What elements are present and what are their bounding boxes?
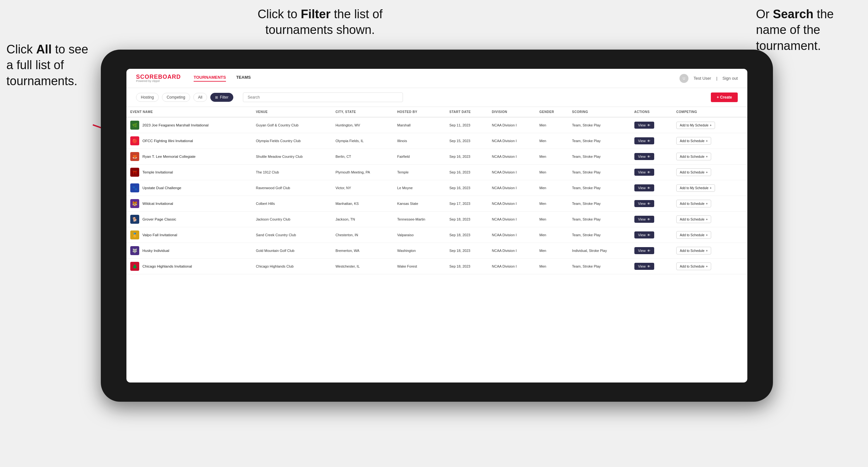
competing-button[interactable]: Competing xyxy=(162,93,190,102)
eye-icon: 👁 xyxy=(647,265,650,268)
cell-actions: View 👁 xyxy=(630,164,673,180)
view-label: View xyxy=(638,123,646,127)
cell-division: NCAA Division I xyxy=(488,227,536,243)
add-to-schedule-button[interactable]: Add to Schedule + xyxy=(676,215,711,223)
view-button[interactable]: View 👁 xyxy=(634,216,654,223)
add-to-schedule-button[interactable]: Add to Schedule + xyxy=(676,137,711,145)
view-button[interactable]: View 👁 xyxy=(634,137,654,144)
view-button[interactable]: View 👁 xyxy=(634,263,654,270)
view-button[interactable]: View 👁 xyxy=(634,169,654,176)
cell-venue: Sand Creek Country Club xyxy=(252,227,332,243)
cell-city-state: Jackson, TN xyxy=(332,212,393,227)
user-avatar: U xyxy=(680,74,688,83)
cell-division: NCAA Division I xyxy=(488,133,536,149)
search-input[interactable] xyxy=(243,93,403,102)
annotation-top-right-bold: Search xyxy=(773,7,814,21)
view-button[interactable]: View 👁 xyxy=(634,153,654,160)
cell-scoring: Team, Stroke Play xyxy=(568,133,630,149)
table-row: 🐾 Upstate Dual Challenge Ravenwood Golf … xyxy=(126,180,747,196)
annotation-top-right: Or Search the name of the tournament. xyxy=(756,6,859,54)
add-to-schedule-button[interactable]: Add to Schedule + xyxy=(676,200,711,208)
event-name-text: Ryan T. Lee Memorial Collegiate xyxy=(143,155,195,158)
cell-scoring: Team, Stroke Play xyxy=(568,149,630,164)
event-name-text: Husky Individual xyxy=(143,249,169,253)
col-actions: ACTIONS xyxy=(630,107,673,117)
view-button[interactable]: View 👁 xyxy=(634,231,654,239)
cell-event-name: 🐾 Upstate Dual Challenge xyxy=(126,180,252,196)
team-logo: 🏅 xyxy=(130,230,139,240)
cell-hosted-by: Illinois xyxy=(393,133,445,149)
cell-gender: Men xyxy=(535,212,568,227)
cell-start-date: Sep 16, 2023 xyxy=(445,149,488,164)
view-button[interactable]: View 👁 xyxy=(634,247,654,254)
cell-competing: Add to Schedule + xyxy=(673,227,747,243)
add-schedule-label: Add to Schedule xyxy=(680,155,705,158)
create-button[interactable]: + Create xyxy=(711,93,738,102)
cell-division: NCAA Division I xyxy=(488,117,536,133)
table-row: 🌿 2023 Joe Feaganes Marshall Invitationa… xyxy=(126,117,747,133)
cell-actions: View 👁 xyxy=(630,243,673,259)
table-row: 🏅 Valpo Fall Invitational Sand Creek Cou… xyxy=(126,227,747,243)
col-city-state: CITY, STATE xyxy=(332,107,393,117)
team-logo: 🌲 xyxy=(130,262,139,271)
filter-button[interactable]: Filter xyxy=(210,93,233,102)
add-to-schedule-button[interactable]: Add to Schedule + xyxy=(676,231,711,239)
scoreboard-logo: SCOREBOARD Powered by clippd xyxy=(136,74,181,83)
cell-division: NCAA Division I xyxy=(488,212,536,227)
cell-scoring: Team, Stroke Play xyxy=(568,180,630,196)
add-to-schedule-button[interactable]: Add to My Schedule + xyxy=(676,122,715,129)
cell-venue: Jackson Country Club xyxy=(252,212,332,227)
event-name-text: Chicago Highlands Invitational xyxy=(143,264,192,268)
col-division: DIVISION xyxy=(488,107,536,117)
cell-venue: Colbert Hills xyxy=(252,196,332,212)
hosting-button[interactable]: Hosting xyxy=(136,93,159,102)
tablet-frame: SCOREBOARD Powered by clippd TOURNAMENTS… xyxy=(101,50,773,402)
cell-actions: View 👁 xyxy=(630,180,673,196)
signout-link[interactable]: Sign out xyxy=(722,76,738,81)
view-button[interactable]: View 👁 xyxy=(634,200,654,207)
cell-hosted-by: Tennessee-Martin xyxy=(393,212,445,227)
user-label: Test User xyxy=(693,76,711,81)
view-button[interactable]: View 👁 xyxy=(634,184,654,191)
cell-gender: Men xyxy=(535,149,568,164)
add-to-schedule-button[interactable]: Add to Schedule + xyxy=(676,247,711,254)
eye-icon: 👁 xyxy=(647,124,650,127)
cell-start-date: Sep 15, 2023 xyxy=(445,133,488,149)
annotation-left-bold: All xyxy=(36,42,52,56)
cell-city-state: Victor, NY xyxy=(332,180,393,196)
cell-event-name: 🔴 OFCC Fighting Illini Invitational xyxy=(126,133,252,149)
plus-icon: + xyxy=(706,201,708,206)
table-row: 🦊 Ryan T. Lee Memorial Collegiate Shuttl… xyxy=(126,149,747,164)
nav-teams[interactable]: TEAMS xyxy=(236,75,251,82)
nav-tournaments[interactable]: TOURNAMENTS xyxy=(194,75,226,82)
table-container: EVENT NAME VENUE CITY, STATE HOSTED BY S… xyxy=(126,107,747,382)
cell-city-state: Berlin, CT xyxy=(332,149,393,164)
eye-icon: 👁 xyxy=(647,170,650,174)
col-hosted-by: HOSTED BY xyxy=(393,107,445,117)
cell-gender: Men xyxy=(535,164,568,180)
cell-division: NCAA Division I xyxy=(488,149,536,164)
eye-icon: 👁 xyxy=(647,186,650,190)
col-scoring: SCORING xyxy=(568,107,630,117)
eye-icon: 👁 xyxy=(647,249,650,253)
cell-scoring: Team, Stroke Play xyxy=(568,196,630,212)
add-to-schedule-button[interactable]: Add to Schedule + xyxy=(676,168,711,176)
cell-gender: Men xyxy=(535,227,568,243)
cell-competing: Add to Schedule + xyxy=(673,133,747,149)
add-schedule-label: Add to Schedule xyxy=(680,201,705,206)
cell-scoring: Team, Stroke Play xyxy=(568,227,630,243)
cell-venue: Shuttle Meadow Country Club xyxy=(252,149,332,164)
all-button[interactable]: All xyxy=(193,93,207,102)
cell-hosted-by: Marshall xyxy=(393,117,445,133)
add-to-schedule-button[interactable]: Add to My Schedule + xyxy=(676,184,715,192)
event-name-text: Valpo Fall Invitational xyxy=(143,233,177,237)
col-venue: VENUE xyxy=(252,107,332,117)
view-button[interactable]: View 👁 xyxy=(634,122,654,129)
cell-division: NCAA Division I xyxy=(488,164,536,180)
add-to-schedule-button[interactable]: Add to Schedule + xyxy=(676,153,711,160)
cell-start-date: Sep 18, 2023 xyxy=(445,259,488,274)
cell-event-name: ⛩️ Temple Invitational xyxy=(126,164,252,180)
annotation-left: Click All to see a full list of tourname… xyxy=(6,41,90,89)
cell-scoring: Team, Stroke Play xyxy=(568,259,630,274)
add-to-schedule-button[interactable]: Add to Schedule + xyxy=(676,262,711,270)
